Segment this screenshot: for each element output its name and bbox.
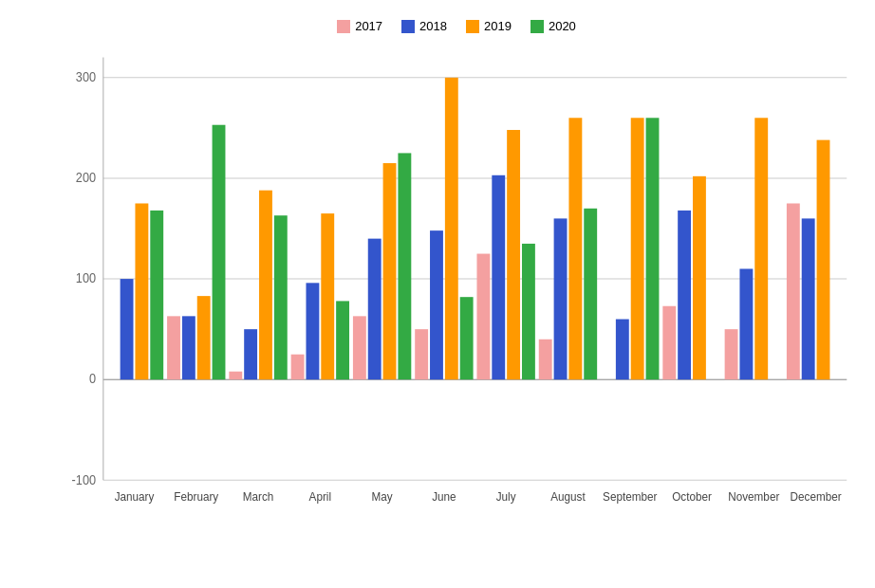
bar-2018-July	[492, 175, 505, 379]
bar-2019-September	[631, 118, 644, 379]
x-tick-label: November	[728, 489, 779, 504]
bar-2020-July	[522, 244, 535, 379]
legend-label: 2020	[549, 19, 576, 33]
bar-2020-April	[336, 301, 349, 379]
bar-2018-December	[802, 218, 815, 379]
legend-color	[466, 20, 479, 33]
bar-2018-August	[554, 218, 568, 379]
bar-2017-February	[167, 316, 180, 379]
bar-2018-February	[182, 316, 195, 379]
y-tick-label: 300	[76, 70, 96, 85]
x-tick-label: January	[115, 489, 155, 504]
bar-2020-September	[646, 118, 660, 379]
bar-2017-October	[662, 306, 676, 379]
y-tick-label: -100	[72, 472, 96, 487]
chart-svg: -1000100200300JanuaryFebruaryMarchAprilM…	[57, 47, 856, 541]
bar-2018-March	[244, 329, 257, 379]
bar-2019-May	[383, 163, 397, 379]
bar-2019-March	[259, 191, 272, 380]
legend-color	[401, 20, 415, 33]
bar-2019-October	[693, 176, 706, 379]
x-tick-label: October	[672, 489, 712, 504]
bar-2020-January	[150, 211, 163, 379]
chart-legend: 2017201820192020	[57, 19, 856, 33]
bar-2017-March	[229, 372, 242, 379]
x-tick-label: February	[174, 489, 219, 504]
bar-2019-June	[445, 78, 458, 379]
legend-label: 2018	[419, 19, 447, 33]
bar-2018-June	[430, 230, 443, 379]
bar-2019-August	[568, 118, 582, 379]
bar-2019-February	[197, 296, 211, 379]
bar-2018-May	[368, 239, 382, 380]
bar-2020-June	[460, 297, 474, 379]
bar-2019-January	[135, 203, 148, 379]
bar-2020-May	[398, 153, 411, 379]
legend-item-2017: 2017	[337, 19, 382, 33]
bar-2018-September	[616, 320, 629, 380]
bar-2020-February	[213, 125, 226, 379]
x-tick-label: May	[372, 489, 394, 504]
chart-container: 2017201820192020 -1000100200300JanuaryFe…	[0, 0, 875, 588]
legend-item-2020: 2020	[531, 19, 576, 33]
bar-2017-July	[476, 254, 490, 380]
bar-2018-October	[678, 211, 691, 379]
bar-2018-January	[121, 279, 134, 379]
legend-color	[337, 20, 350, 33]
bar-2018-April	[306, 283, 319, 379]
x-tick-label: August	[550, 489, 586, 504]
y-tick-label: 100	[76, 271, 96, 286]
x-tick-label: March	[243, 489, 274, 504]
legend-color	[531, 20, 544, 33]
bar-2018-November	[739, 268, 753, 379]
bar-2017-November	[725, 329, 738, 379]
x-tick-label: December	[791, 489, 842, 504]
bar-2019-April	[321, 213, 334, 379]
x-tick-label: April	[309, 489, 331, 504]
x-tick-label: July	[496, 489, 517, 504]
bar-2019-November	[754, 118, 768, 379]
legend-label: 2017	[355, 19, 382, 33]
chart-area: -1000100200300JanuaryFebruaryMarchAprilM…	[57, 47, 856, 541]
legend-item-2018: 2018	[401, 19, 447, 33]
x-tick-label: September	[603, 489, 657, 504]
y-tick-label: 0	[89, 372, 96, 387]
bar-2017-June	[415, 329, 428, 379]
bar-2017-May	[353, 316, 366, 379]
bar-2019-December	[817, 140, 830, 380]
bar-2017-December	[787, 203, 800, 379]
bar-2019-July	[507, 130, 520, 379]
bar-2020-March	[274, 215, 288, 379]
legend-item-2019: 2019	[466, 19, 512, 33]
bar-2017-August	[539, 340, 552, 379]
bar-2020-August	[584, 209, 597, 379]
bar-2017-April	[291, 355, 305, 380]
x-tick-label: June	[432, 489, 456, 504]
legend-label: 2019	[484, 19, 512, 33]
y-tick-label: 200	[76, 171, 96, 186]
